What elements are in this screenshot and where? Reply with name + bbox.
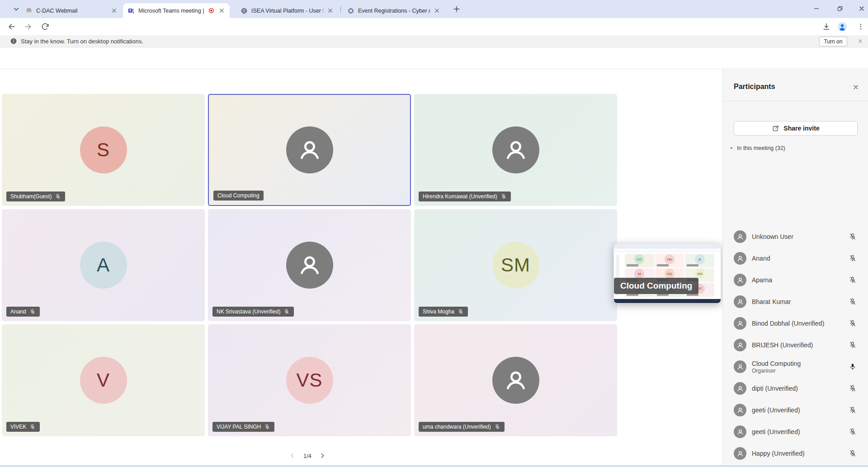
participant-row[interactable]: Bharat Kumar (723, 291, 868, 313)
tab-close-icon[interactable] (111, 7, 118, 14)
person-icon (736, 363, 745, 371)
avatar (734, 230, 746, 243)
participant-row[interactable]: geeti (Unverified) (723, 399, 868, 421)
avatar (492, 126, 539, 173)
window-close-button[interactable] (858, 5, 865, 12)
globe-favicon (241, 7, 248, 14)
window-restore-button[interactable] (836, 5, 844, 12)
tab-cdac-webmail[interactable]: C-DAC Webmail (21, 3, 122, 18)
preview-avatar: A (695, 254, 705, 264)
person-icon (736, 254, 745, 263)
participant-name-badge: NK Srivastava (Unverified) (212, 307, 294, 317)
new-tab-button[interactable] (452, 5, 461, 14)
share-invite-icon (772, 125, 779, 132)
tab-close-icon[interactable] (327, 7, 334, 14)
profile-avatar[interactable] (837, 22, 847, 32)
video-tile[interactable]: VS VIJAY PAL SINGH (208, 324, 411, 436)
tab-teams-meeting[interactable]: Microsoft Teams meeting | (123, 3, 230, 18)
preview-name-bar (687, 264, 698, 266)
avatar (734, 339, 746, 351)
participant-row[interactable]: geeti (Unverified) (723, 421, 868, 443)
tab-event-registrations[interactable]: Event Registrations - Cyber Awa (343, 3, 445, 18)
previous-page-icon[interactable] (289, 452, 296, 459)
browser-tab-strip: C-DAC Webmail Microsoft Teams meeting | … (0, 0, 868, 18)
participant-name: NK Srivastava (Unverified) (217, 308, 280, 315)
participant-name-badge: uma chandwara (Unverified) (419, 422, 505, 432)
participant-row[interactable]: Binod Dobhal (Unverified) (723, 313, 868, 334)
person-icon (501, 135, 531, 165)
person-icon (295, 250, 325, 280)
mic-off-icon (500, 193, 507, 200)
share-invite-button[interactable]: Share invite (734, 121, 858, 135)
mic-off-icon (494, 424, 500, 430)
tab-close-icon[interactable] (218, 7, 225, 14)
avatar (492, 357, 539, 404)
video-tile[interactable]: Hirendra Kumawat (Unverified) (414, 94, 617, 206)
notification-message: Stay in the know. Turn on desktop notifi… (21, 38, 143, 45)
avatar (734, 404, 746, 416)
avatar (734, 382, 746, 395)
preview-browser-chrome (614, 244, 721, 248)
in-this-meeting-section[interactable]: In this meeting (32) (729, 145, 785, 151)
browser-menu-button[interactable] (856, 22, 865, 31)
tab-search-chevron-icon[interactable] (12, 5, 21, 14)
participant-name: geeti (Unverified) (752, 428, 800, 435)
person-icon (736, 276, 745, 285)
video-tile[interactable]: S Shubham(Guest) (2, 94, 205, 206)
person-icon (295, 135, 325, 165)
participant-name: Binod Dobhal (Unverified) (752, 320, 824, 327)
avatar: SM (492, 242, 539, 289)
person-icon (736, 449, 745, 458)
cdac-favicon (25, 7, 33, 14)
participant-name: Bharat Kumar (752, 298, 791, 305)
mic-off-icon (458, 308, 464, 315)
section-collapse-icon[interactable] (729, 146, 734, 150)
notification-banner: Stay in the know. Turn on desktop notifi… (0, 35, 868, 47)
tab-separator (340, 6, 341, 13)
tab-isea-platform[interactable]: ISEA Virtual Platform - User Das (236, 3, 338, 18)
tab-title: C-DAC Webmail (36, 8, 107, 14)
window-minimize-button[interactable] (813, 5, 820, 12)
preview-name-bar (657, 264, 669, 266)
turn-on-button[interactable]: Turn on (819, 37, 847, 47)
participant-row[interactable]: Unknown User (723, 226, 868, 248)
video-tile[interactable]: uma chandwara (Unverified) (414, 324, 617, 436)
preview-toolbar (614, 248, 721, 252)
event-favicon (347, 7, 354, 14)
video-tile[interactable]: V VIVEK (2, 324, 205, 436)
downloads-button[interactable] (822, 22, 831, 31)
reload-button[interactable] (41, 22, 50, 31)
preview-name-bar (627, 264, 638, 266)
participant-name: Unknown User (752, 233, 793, 240)
video-tile[interactable]: NK Srivastava (Unverified) (208, 209, 411, 321)
video-tile[interactable]: A Anand (2, 209, 205, 321)
tab-close-icon[interactable] (434, 7, 440, 14)
browser-url-bar: teams.microsoft.com/v2/?meetingjoin=true… (0, 18, 868, 35)
participant-name: uma chandwara (Unverified) (423, 424, 491, 430)
participant-name: Aparna (752, 276, 772, 284)
video-tile[interactable]: Cloud Computing (208, 94, 411, 206)
participant-row[interactable]: Aparna (723, 269, 868, 291)
screen-share-preview[interactable]: CC HK A M NS SM V VS UC Cloud Computing (613, 243, 721, 304)
video-tile[interactable]: SM Shiva Mogha (414, 209, 617, 321)
participant-row[interactable]: dipti (Unverified) (723, 378, 868, 399)
participants-panel: Participants Share invite In this meetin… (722, 69, 868, 467)
panel-close-icon[interactable] (852, 84, 859, 91)
participant-row[interactable]: Happy (Unverified) (723, 443, 868, 464)
participant-row[interactable]: BRIJESH (Unverified) (723, 334, 868, 356)
recording-indicator-icon (208, 7, 215, 14)
next-page-icon[interactable] (319, 452, 326, 459)
participant-row[interactable]: Cloud Computing Organiser (723, 356, 868, 378)
participant-name: Hirendra Kumawat (Unverified) (423, 193, 497, 200)
forward-button[interactable] (24, 22, 33, 31)
video-grid: S Shubham(Guest) Cloud Computing Hirendr… (2, 94, 617, 436)
notification-close-icon[interactable] (857, 38, 863, 44)
mic-off-icon (849, 449, 857, 458)
avatar (286, 242, 333, 289)
back-button[interactable] (7, 22, 16, 31)
participant-name: VIVEK (10, 424, 26, 430)
avatar: V (80, 357, 127, 404)
participant-row[interactable]: Anand (723, 248, 868, 269)
mic-off-icon (849, 254, 857, 262)
avatar: S (80, 126, 127, 173)
